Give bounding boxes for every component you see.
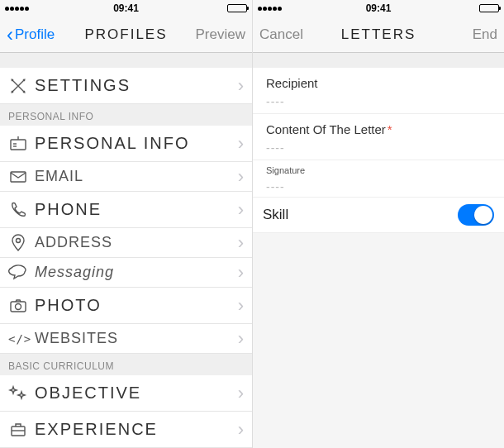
chevron-left-icon: ‹ — [7, 25, 13, 45]
content-scroll[interactable]: Recipient ---- Content Of The Letter* --… — [253, 53, 504, 448]
section-header-curriculum: BASIC CURRICULUM — [0, 354, 252, 375]
signal-icon — [5, 7, 29, 11]
field-label: Recipient — [266, 76, 491, 90]
chat-icon — [8, 263, 35, 283]
settings-icon — [8, 76, 35, 96]
field-value: ---- — [266, 141, 491, 155]
nav-bar: Cancel LETTERS End — [253, 17, 504, 53]
row-phone[interactable]: PHONE › — [0, 192, 252, 228]
code-icon: </> — [8, 332, 35, 346]
chevron-right-icon: › — [238, 199, 244, 221]
pane-profiles: 09:41 ‹ Profile PROFILES Preview SETTING… — [0, 0, 252, 448]
row-settings[interactable]: SETTINGS › — [0, 68, 252, 104]
cancel-label: Cancel — [259, 26, 303, 43]
stars-icon — [8, 384, 35, 403]
field-signature[interactable]: Signature ---- — [253, 160, 504, 198]
chevron-right-icon: › — [238, 295, 244, 317]
back-button[interactable]: ‹ Profile — [7, 25, 56, 45]
svg-point-5 — [17, 238, 21, 242]
row-label: EXPERIENCE — [35, 420, 238, 439]
svg-rect-0 — [11, 140, 26, 150]
field-value: ---- — [266, 95, 491, 108]
row-email[interactable]: EMAIL › — [0, 162, 252, 192]
toggle-label: Skill — [263, 207, 288, 223]
chevron-right-icon: › — [238, 419, 244, 441]
end-button[interactable]: End — [448, 26, 497, 43]
blank-area — [253, 233, 504, 448]
row-label: Messaging — [35, 264, 238, 281]
status-bar: 09:41 — [0, 0, 252, 17]
row-experience[interactable]: EXPERIENCE › — [0, 412, 252, 448]
field-label: Content Of The Letter* — [266, 122, 491, 136]
row-label: OBJECTIVE — [35, 384, 238, 403]
briefcase-icon — [8, 420, 35, 440]
location-icon — [8, 233, 35, 253]
required-icon: * — [388, 122, 392, 136]
chevron-right-icon: › — [238, 383, 244, 404]
nav-title: LETTERS — [341, 26, 416, 43]
battery-icon — [227, 4, 247, 12]
email-icon — [8, 167, 35, 187]
svg-point-7 — [16, 303, 21, 309]
camera-icon — [8, 296, 35, 316]
status-time: 09:41 — [366, 2, 392, 14]
chevron-right-icon: › — [238, 166, 244, 188]
content-scroll[interactable]: SETTINGS › PERSONAL INFO PERSONAL INFO ›… — [0, 53, 252, 448]
chevron-right-icon: › — [238, 75, 244, 97]
row-label: PERSONAL INFO — [35, 134, 238, 153]
field-label: Signature — [266, 165, 491, 175]
pane-letters: 09:41 Cancel LETTERS End Recipient ---- … — [252, 0, 504, 448]
chevron-right-icon: › — [238, 232, 244, 254]
phone-icon — [8, 200, 35, 220]
back-label: Profile — [15, 26, 55, 43]
cancel-button[interactable]: Cancel — [259, 26, 309, 43]
skill-toggle[interactable] — [458, 204, 494, 226]
signal-icon — [258, 7, 282, 11]
nav-bar: ‹ Profile PROFILES Preview — [0, 17, 252, 53]
end-label: End — [473, 26, 497, 43]
field-recipient[interactable]: Recipient ---- — [253, 68, 504, 114]
row-skill: Skill — [253, 198, 504, 233]
battery-icon — [479, 4, 499, 12]
row-label: PHOTO — [35, 296, 238, 315]
row-label: ADDRESS — [35, 234, 238, 251]
field-content[interactable]: Content Of The Letter* ---- — [253, 114, 504, 160]
chevron-right-icon: › — [238, 133, 244, 155]
row-label: WEBSITES — [35, 330, 238, 347]
row-photo[interactable]: PHOTO › — [0, 288, 252, 324]
svg-rect-6 — [11, 302, 26, 312]
field-value: ---- — [266, 180, 491, 193]
status-bar: 09:41 — [253, 0, 504, 17]
row-personal-info[interactable]: PERSONAL INFO › — [0, 126, 252, 162]
section-header-personal: PERSONAL INFO — [0, 104, 252, 126]
row-objective[interactable]: OBJECTIVE › — [0, 375, 252, 412]
row-address[interactable]: ADDRESS › — [0, 228, 252, 258]
chevron-right-icon: › — [238, 328, 244, 350]
row-label: PHONE — [35, 200, 238, 219]
row-messaging[interactable]: Messaging › — [0, 258, 252, 288]
chevron-right-icon: › — [238, 262, 244, 284]
row-websites[interactable]: </> WEBSITES › — [0, 324, 252, 354]
status-time: 09:41 — [113, 2, 139, 14]
row-label: SETTINGS — [35, 76, 238, 95]
preview-button[interactable]: Preview — [196, 26, 245, 43]
id-card-icon — [8, 134, 35, 154]
svg-rect-4 — [11, 172, 26, 182]
nav-title: PROFILES — [84, 26, 167, 43]
row-label: EMAIL — [35, 168, 238, 185]
